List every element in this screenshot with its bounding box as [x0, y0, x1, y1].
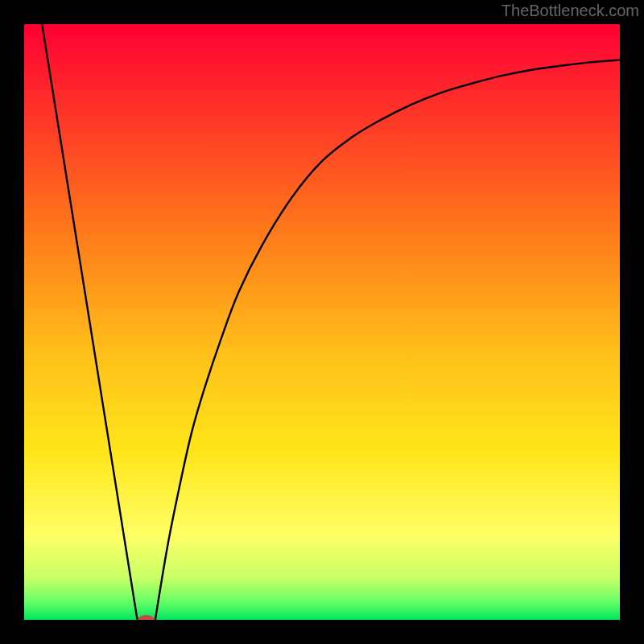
chart-frame: TheBottleneck.com	[0, 0, 644, 644]
chart-svg	[24, 24, 620, 620]
gradient-background	[24, 24, 620, 620]
watermark-text: TheBottleneck.com	[502, 2, 639, 20]
chart-plot-area	[24, 24, 620, 620]
